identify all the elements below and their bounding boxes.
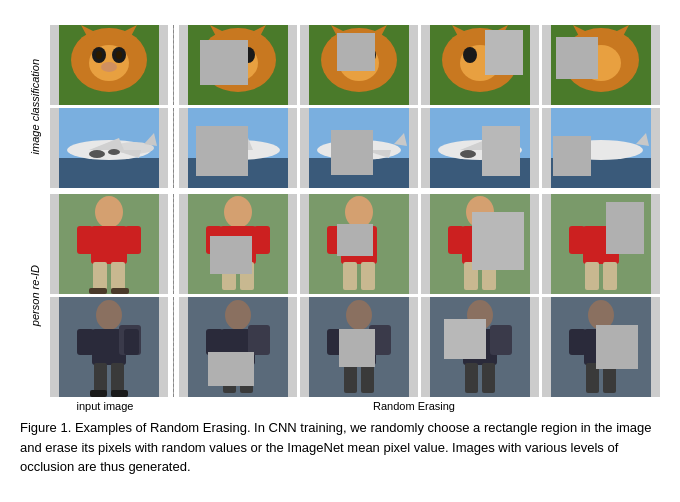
plane-row <box>50 108 660 188</box>
section-label-wrap: image classification <box>20 25 50 188</box>
divider2 <box>173 108 174 188</box>
plane-erased-4 <box>542 108 660 188</box>
svg-rect-122 <box>206 329 223 355</box>
svg-point-80 <box>224 196 252 228</box>
svg-rect-76 <box>111 262 125 290</box>
svg-rect-116 <box>90 390 107 397</box>
svg-point-46 <box>108 149 120 155</box>
svg-rect-73 <box>77 226 93 254</box>
fox-erased-4 <box>542 25 660 105</box>
fox-row <box>50 25 660 105</box>
svg-rect-92 <box>361 262 375 290</box>
svg-rect-37 <box>556 37 598 79</box>
svg-rect-137 <box>490 325 512 355</box>
svg-rect-105 <box>585 262 599 290</box>
svg-point-7 <box>96 51 102 59</box>
person2-erased-2 <box>300 297 418 397</box>
svg-rect-131 <box>344 363 357 393</box>
label-input-image: input image <box>50 400 160 412</box>
figure-caption: Figure 1. Examples of Random Erasing. In… <box>20 418 660 477</box>
svg-point-8 <box>116 51 122 59</box>
reid-rows <box>50 194 660 397</box>
svg-rect-121 <box>248 325 270 355</box>
person1-erased-1 <box>179 194 297 294</box>
svg-point-63 <box>460 150 476 158</box>
svg-rect-24 <box>337 33 375 71</box>
divider4 <box>173 297 174 397</box>
divider <box>173 25 174 105</box>
svg-rect-115 <box>111 363 124 393</box>
image-grid: image classification <box>20 25 660 397</box>
svg-rect-139 <box>465 363 478 393</box>
svg-rect-146 <box>569 329 586 355</box>
section-label-classification: image classification <box>29 59 41 154</box>
svg-rect-106 <box>603 262 617 290</box>
section-reid: person re-ID <box>20 194 660 397</box>
svg-rect-132 <box>361 363 374 393</box>
svg-point-45 <box>89 150 105 158</box>
svg-rect-112 <box>77 329 94 355</box>
person1-erased-3 <box>421 194 539 294</box>
svg-rect-141 <box>444 319 486 359</box>
fox-orig-cell <box>50 25 168 105</box>
bottom-labels: input image Random Erasing <box>20 400 660 412</box>
svg-rect-39 <box>59 158 159 188</box>
section-label-reid: person re-ID <box>29 265 41 326</box>
plane-erased-1 <box>179 108 297 188</box>
person2-orig-cell <box>50 297 168 397</box>
svg-rect-31 <box>485 30 523 75</box>
classification-rows <box>50 25 660 188</box>
divider3 <box>173 194 174 294</box>
fox-erased-1 <box>179 25 297 105</box>
person2-row <box>50 297 660 397</box>
person2-erased-1 <box>179 297 297 397</box>
svg-rect-17 <box>200 40 248 85</box>
svg-rect-114 <box>94 363 107 393</box>
svg-rect-64 <box>482 126 520 176</box>
section-label-wrap-reid: person re-ID <box>20 194 50 397</box>
svg-rect-74 <box>125 226 141 254</box>
plane-erased-2 <box>300 108 418 188</box>
svg-rect-140 <box>482 363 495 393</box>
person2-erased-3 <box>421 297 539 397</box>
fox-erased-3 <box>421 25 539 105</box>
svg-rect-113 <box>124 329 139 355</box>
svg-rect-125 <box>208 352 254 386</box>
fox-erased-2 <box>300 25 418 105</box>
svg-rect-91 <box>343 262 357 290</box>
svg-rect-58 <box>331 130 373 175</box>
svg-rect-69 <box>553 136 591 176</box>
svg-rect-117 <box>111 390 128 397</box>
svg-rect-83 <box>254 226 270 254</box>
plane-erased-3 <box>421 108 539 188</box>
svg-point-88 <box>345 196 373 228</box>
svg-rect-107 <box>606 202 644 254</box>
svg-rect-133 <box>339 329 375 367</box>
person1-erased-2 <box>300 194 418 294</box>
person1-orig-cell <box>50 194 168 294</box>
svg-rect-72 <box>91 226 127 264</box>
figure-container: image classification <box>20 25 660 477</box>
svg-point-9 <box>101 62 117 72</box>
person1-row <box>50 194 660 294</box>
svg-rect-52 <box>196 126 248 176</box>
svg-point-127 <box>346 300 372 330</box>
label-random-erasing: Random Erasing <box>168 400 660 412</box>
svg-rect-77 <box>89 288 107 294</box>
plane-orig-cell <box>50 108 168 188</box>
caption-text: Figure 1. Examples of Random Erasing. In… <box>20 420 652 474</box>
svg-rect-86 <box>210 236 252 274</box>
section-classification: image classification <box>20 25 660 188</box>
svg-rect-75 <box>93 262 107 290</box>
person1-erased-4 <box>542 194 660 294</box>
svg-point-119 <box>225 300 251 330</box>
svg-rect-97 <box>448 226 464 254</box>
svg-rect-101 <box>472 212 524 270</box>
svg-rect-149 <box>596 325 638 369</box>
svg-rect-78 <box>111 288 129 294</box>
svg-point-30 <box>463 47 477 63</box>
svg-point-71 <box>95 196 123 228</box>
svg-rect-104 <box>569 226 585 254</box>
person2-erased-4 <box>542 297 660 397</box>
svg-point-109 <box>96 300 122 330</box>
